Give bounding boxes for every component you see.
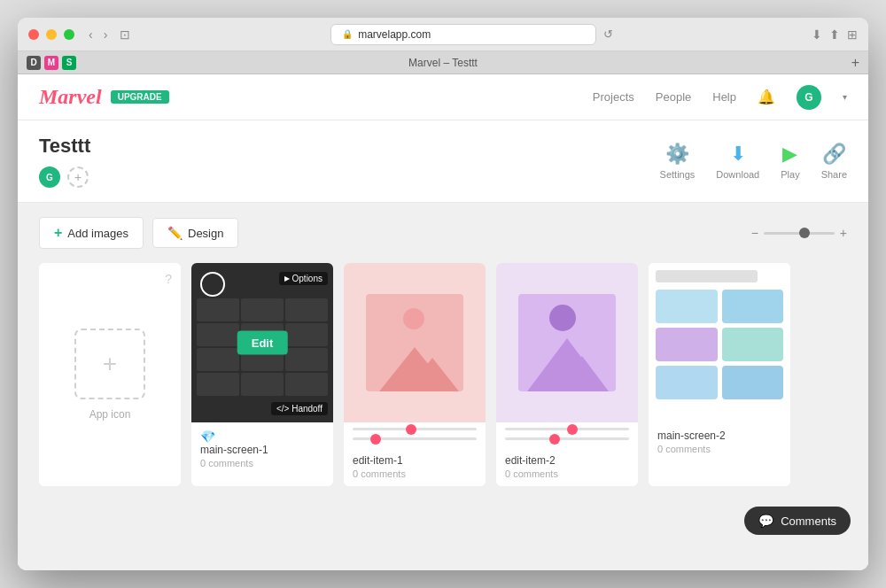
settings-action[interactable]: ⚙️ Settings	[660, 143, 696, 180]
screen-name: main-screen-1	[200, 444, 324, 456]
sidebar-icon-btn[interactable]: ⊞	[847, 27, 858, 42]
edit-item-2-info: edit-item-2 0 comments	[496, 447, 638, 486]
project-left: Testtt G +	[39, 135, 90, 188]
download-icon-btn[interactable]: ⬇	[812, 27, 822, 42]
play-icon: ▶	[782, 143, 797, 166]
zoom-track[interactable]	[764, 232, 835, 235]
edit2-name: edit-item-2	[505, 454, 629, 467]
project-title: Testtt	[39, 135, 90, 158]
browser-favicons: D M S	[27, 56, 76, 70]
play-action[interactable]: ▶ Play	[781, 143, 799, 180]
download-icon: ⬇	[730, 143, 746, 166]
nav-projects[interactable]: Projects	[593, 90, 634, 104]
slider-3[interactable]	[505, 428, 629, 430]
zoom-in-button[interactable]: +	[840, 226, 847, 240]
ms2-comments: 0 comments	[657, 444, 781, 454]
address-bar-area: 🔒 marvelapp.com ↺	[132, 24, 812, 45]
close-button[interactable]	[28, 29, 39, 40]
ms2-cell-3	[656, 328, 718, 361]
tab-title: Marvel – Testtt	[408, 57, 478, 69]
project-meta: G +	[39, 166, 90, 188]
ms2-cell-5	[656, 366, 718, 399]
address-bar[interactable]: 🔒 marvelapp.com	[330, 24, 596, 45]
slider-dot-3[interactable]	[567, 424, 578, 435]
notification-bell[interactable]: 🔔	[758, 89, 775, 105]
edit-item-2-preview	[496, 263, 638, 422]
edit1-sliders	[344, 422, 486, 440]
slider-1[interactable]	[353, 428, 477, 430]
slider-dot-1[interactable]	[406, 424, 416, 435]
mountain-p-right	[556, 356, 609, 391]
edit2-sliders	[496, 422, 638, 440]
url-text: marvelapp.com	[358, 28, 431, 41]
project-owner-avatar[interactable]: G	[39, 166, 60, 188]
comment-bubble-icon: 💬	[758, 514, 773, 528]
app-navbar: Marvel Upgrade Projects People Help 🔔 G …	[18, 74, 868, 120]
add-person-button[interactable]: +	[67, 166, 89, 188]
comments-float-button[interactable]: 💬 Comments	[744, 507, 851, 535]
handoff-tag[interactable]: </> Handoff	[271, 402, 328, 415]
fav-s: S	[62, 56, 76, 70]
zoom-thumb[interactable]	[799, 228, 810, 238]
tab-bar: D M S Marvel – Testtt +	[18, 51, 868, 74]
nav-help[interactable]: Help	[712, 90, 736, 104]
edit-item-1-card: edit-item-1 0 comments	[344, 263, 486, 486]
cards-grid: ? + App icon ▶ Options	[39, 263, 847, 486]
forward-button[interactable]: ›	[100, 26, 112, 43]
ms2-name: main-screen-2	[657, 429, 781, 442]
tab-view-button[interactable]: ⊡	[118, 26, 132, 43]
ms2-cell-4	[722, 328, 784, 361]
ms2-cell-6	[722, 366, 784, 399]
edit2-comments: 0 comments	[505, 468, 629, 479]
share-label: Share	[821, 169, 847, 180]
edit1-name: edit-item-1	[353, 454, 477, 467]
main-screen-2-preview	[649, 263, 790, 422]
screen-meta: 💎	[200, 429, 324, 444]
sketch-icon: 💎	[200, 429, 215, 444]
app-icon-drop-zone[interactable]: +	[74, 329, 145, 399]
edit-button[interactable]: Edit	[237, 331, 288, 355]
slider-2[interactable]	[353, 437, 477, 440]
design-button[interactable]: ✏️ Design	[152, 218, 238, 248]
avatar-chevron[interactable]: ▾	[843, 92, 847, 102]
slider-dot-2[interactable]	[370, 434, 381, 445]
slider-dot-4[interactable]	[549, 434, 560, 445]
play-label: Play	[781, 169, 799, 180]
main-screen-1-preview: ▶ Options Edit </> Handoff	[191, 263, 333, 422]
settings-icon: ⚙️	[665, 143, 689, 166]
download-action[interactable]: ⬇ Download	[716, 143, 759, 180]
app-body: Marvel Upgrade Projects People Help 🔔 G …	[18, 74, 868, 570]
screen-comments: 0 comments	[200, 458, 324, 468]
new-tab-button[interactable]: +	[851, 55, 859, 71]
project-header-row: Testtt G + ⚙️ Settings ⬇ Download	[39, 135, 847, 202]
nav-links: Projects People Help 🔔 G ▾	[593, 85, 847, 110]
app-icon-label: App icon	[89, 408, 131, 421]
main-screen-2-card: main-screen-2 0 comments	[649, 263, 790, 486]
share-icon-btn[interactable]: ⬆	[829, 27, 840, 42]
nav-arrows: ‹ ›	[85, 26, 111, 43]
ms2-cell-1	[656, 290, 718, 323]
edit1-comments: 0 comments	[353, 468, 477, 479]
user-avatar[interactable]: G	[797, 85, 821, 110]
zoom-slider: − +	[751, 226, 847, 240]
edit1-image	[366, 294, 463, 391]
share-action[interactable]: 🔗 Share	[821, 143, 847, 180]
reload-button[interactable]: ↺	[603, 27, 613, 41]
titlebar-right: ⬇ ⬆ ⊞	[812, 27, 858, 42]
ms2-grid	[656, 290, 783, 399]
upgrade-badge[interactable]: Upgrade	[111, 90, 169, 104]
project-header: Testtt G + ⚙️ Settings ⬇ Download	[18, 120, 868, 203]
edit2-image	[518, 294, 616, 391]
placeholder-card: ? + App icon	[39, 263, 181, 486]
zoom-out-button[interactable]: −	[751, 226, 758, 240]
main-screen-1-info: 💎 main-screen-1 0 comments	[191, 422, 333, 476]
minimize-button[interactable]	[46, 29, 57, 40]
fav-m: M	[44, 56, 58, 70]
back-button[interactable]: ‹	[85, 26, 97, 43]
mountain-right	[406, 358, 459, 391]
slider-4[interactable]	[505, 437, 629, 440]
fullscreen-button[interactable]	[64, 29, 74, 40]
nav-people[interactable]: People	[656, 90, 691, 104]
pencil-icon: ✏️	[167, 226, 183, 240]
add-images-button[interactable]: + Add images	[39, 217, 144, 249]
